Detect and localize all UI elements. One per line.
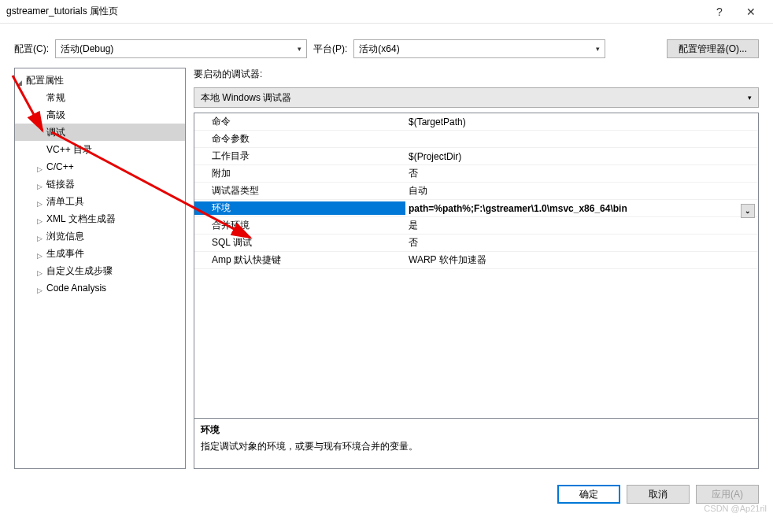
tree-item-label: 链接器 [46,179,75,190]
config-select[interactable]: 活动(Debug) ▾ [55,39,307,58]
ok-button[interactable]: 确定 [557,485,620,504]
chevron-down-icon: ▾ [596,45,600,53]
right-panel: 要启动的调试器: 本地 Windows 调试器 ▾ 命令$(TargetPath… [194,68,759,469]
prop-key: 环境 [194,201,405,215]
tree-item-label: VC++ 目录 [46,144,92,155]
prop-row-6[interactable]: 合并环境是 [194,217,758,235]
expand-icon[interactable]: ▷ [37,161,43,177]
prop-row-0[interactable]: 命令$(TargetPath) [194,113,758,131]
dropdown-icon[interactable]: ⌄ [741,204,755,218]
prop-key: 合并环境 [194,219,405,232]
tree-item-label: 高级 [46,109,65,120]
tree-item-4[interactable]: ▷C/C++ [15,158,185,175]
tree-item-2[interactable]: 调试 [15,124,185,141]
tree-item-label: Code Analysis [46,283,106,294]
expand-icon[interactable]: ▷ [37,179,43,194]
prop-val[interactable]: 否 [405,167,758,180]
property-tree[interactable]: ◢ 配置属性 常规高级调试VC++ 目录▷C/C++▷链接器▷清单工具▷XML … [14,68,186,469]
watermark: CSDN @Ap21ril [704,504,767,513]
tree-item-label: C/C++ [46,161,74,172]
prop-row-3[interactable]: 附加否 [194,165,758,183]
debugger-value: 本地 Windows 调试器 [201,91,291,105]
tree-item-8[interactable]: ▷浏览信息 [15,227,185,245]
tree-item-label: 调试 [46,127,65,138]
prop-key: 调试器类型 [194,184,405,198]
expand-icon[interactable]: ▷ [37,248,43,264]
prop-val[interactable]: 是 [405,219,758,232]
prop-key: Amp 默认快捷键 [194,253,405,267]
prop-row-2[interactable]: 工作目录$(ProjectDir) [194,148,758,165]
tree-item-10[interactable]: ▷自定义生成步骤 [15,262,185,279]
desc-text: 指定调试对象的环境，或要与现有环境合并的变量。 [201,440,752,453]
titlebar: gstreamer_tutorials 属性页 ? ✕ [0,0,773,24]
tree-item-label: 生成事件 [46,248,84,259]
config-label: 配置(C): [14,42,49,56]
prop-row-8[interactable]: Amp 默认快捷键WARP 软件加速器 [194,252,758,269]
tree-item-0[interactable]: 常规 [15,89,185,106]
config-value: 活动(Debug) [61,42,113,56]
desc-title: 环境 [201,423,752,437]
expand-icon[interactable]: ▷ [37,265,43,281]
apply-button: 应用(A) [696,485,759,504]
prop-key: 附加 [194,167,405,180]
tree-item-5[interactable]: ▷链接器 [15,175,185,193]
chevron-down-icon: ▾ [748,94,752,102]
tree-item-9[interactable]: ▷生成事件 [15,245,185,262]
tree-item-label: 常规 [46,92,65,103]
prop-row-7[interactable]: SQL 调试否 [194,235,758,252]
prop-val[interactable]: $(TargetPath) [405,116,758,127]
platform-value: 活动(x64) [359,42,399,56]
tree-item-1[interactable]: 高级 [15,106,185,124]
window-title: gstreamer_tutorials 属性页 [6,5,704,18]
description-panel: 环境 指定调试对象的环境，或要与现有环境合并的变量。 [194,418,758,468]
prop-key: 命令 [194,115,405,128]
tree-item-3[interactable]: VC++ 目录 [15,141,185,158]
main-area: ◢ 配置属性 常规高级调试VC++ 目录▷C/C++▷链接器▷清单工具▷XML … [0,68,773,477]
close-button[interactable]: ✕ [735,0,767,24]
prop-row-4[interactable]: 调试器类型自动 [194,183,758,200]
collapse-icon[interactable]: ◢ [17,75,22,91]
tree-item-label: XML 文档生成器 [46,213,116,224]
config-manager-button[interactable]: 配置管理器(O)... [667,39,759,58]
help-button[interactable]: ? [704,0,735,24]
prop-val[interactable]: 自动 [405,184,758,198]
prop-key: SQL 调试 [194,236,405,249]
tree-item-label: 清单工具 [46,196,84,207]
prop-val[interactable]: path=%path%;F:\gstreamer\1.0\msvc_x86_64… [405,203,758,214]
toolbar: 配置(C): 活动(Debug) ▾ 平台(P): 活动(x64) ▾ 配置管理… [0,24,773,68]
tree-item-11[interactable]: ▷Code Analysis [15,279,185,297]
debugger-select[interactable]: 本地 Windows 调试器 ▾ [194,87,759,108]
properties-panel: 命令$(TargetPath)命令参数工作目录$(ProjectDir)附加否调… [194,113,759,469]
expand-icon[interactable]: ▷ [37,196,43,212]
prop-row-5[interactable]: 环境path=%path%;F:\gstreamer\1.0\msvc_x86_… [194,200,758,217]
tree-item-label: 浏览信息 [46,231,84,242]
expand-icon[interactable]: ▷ [37,213,43,229]
chevron-down-icon: ▾ [298,45,301,53]
tree-item-label: 自定义生成步骤 [46,265,113,276]
prop-row-1[interactable]: 命令参数 [194,131,758,148]
tree-item-6[interactable]: ▷清单工具 [15,193,185,210]
expand-icon[interactable]: ▷ [37,231,43,246]
prop-key: 工作目录 [194,150,405,163]
properties-list[interactable]: 命令$(TargetPath)命令参数工作目录$(ProjectDir)附加否调… [194,113,758,418]
tree-item-7[interactable]: ▷XML 文档生成器 [15,210,185,227]
tree-root[interactable]: ◢ 配置属性 [15,72,185,89]
platform-select[interactable]: 活动(x64) ▾ [353,39,605,58]
prop-key: 命令参数 [194,132,405,146]
tree-root-label: 配置属性 [26,75,64,86]
cancel-button[interactable]: 取消 [627,485,690,504]
prop-val[interactable]: $(ProjectDir) [405,151,758,162]
prop-val[interactable]: WARP 软件加速器 [405,253,758,267]
debugger-label: 要启动的调试器: [194,68,759,83]
prop-val[interactable]: 否 [405,236,758,249]
footer: 确定 取消 应用(A) [0,477,773,512]
platform-label: 平台(P): [313,42,347,56]
expand-icon[interactable]: ▷ [37,283,43,298]
